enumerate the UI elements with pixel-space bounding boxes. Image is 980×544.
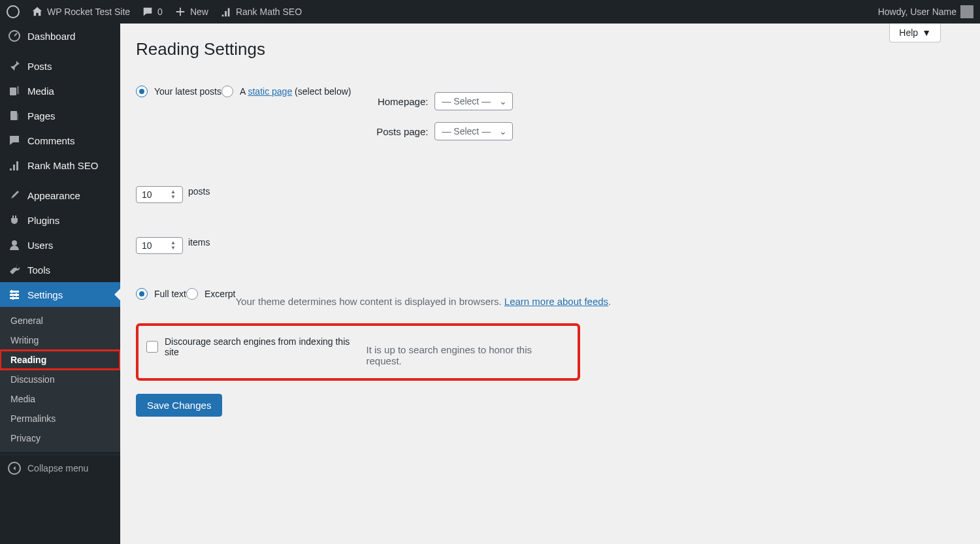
home-icon [31,6,43,18]
feed-include-row: Full text Excerpt Your theme determines … [136,280,964,317]
sidebar-item-rank-math-seo[interactable]: Rank Math SEO [0,153,120,178]
comment-icon [8,134,21,147]
collapse-label: Collapse menu [27,463,88,473]
static-page-link[interactable]: static page [248,86,292,97]
feed-note-prefix: Your theme determines how content is dis… [235,296,504,307]
rankmath-link[interactable]: Rank Math SEO [220,6,302,18]
full-text-radio[interactable] [136,288,148,300]
sidebar-item-label: Plugins [27,215,59,226]
sidebar-item-appearance[interactable]: Appearance [0,183,120,208]
settings-submenu: GeneralWritingReadingDiscussionMediaPerm… [0,307,120,452]
settings-icon [8,288,21,301]
excerpt-radio[interactable] [186,288,198,300]
latest-posts-radio[interactable] [136,86,148,97]
full-text-label: Full text [154,289,186,299]
svg-rect-1 [10,88,16,95]
plug-icon [8,214,21,227]
dashboard-icon [8,29,21,42]
sidebar-item-users[interactable]: Users [0,232,120,257]
posts-page-select[interactable]: — Select — ⌄ [434,122,513,140]
user-account-link[interactable]: Howdy, User Name [878,5,973,18]
sidebar-item-tools[interactable]: Tools [0,257,120,282]
wordpress-logo-icon [7,5,20,18]
sidebar-item-media[interactable]: Media [0,78,120,103]
svg-rect-10 [12,296,14,300]
posts-per-page-input[interactable]: 10 ▲▼ [136,186,183,203]
comments-link[interactable]: 0 [142,6,163,18]
wp-logo-menu[interactable] [7,5,20,18]
submenu-item-general[interactable]: General [0,311,120,330]
svg-point-4 [12,240,17,246]
discourage-label: Discourage search engines from indexing … [165,336,367,357]
sidebar-item-label: Tools [27,264,50,276]
search-visibility-highlight: Discourage search engines from indexing … [136,323,580,381]
static-suffix: (select below) [292,86,351,97]
chart-icon [8,159,21,172]
posts-page-select-value: — Select — [442,126,491,136]
collapse-menu-button[interactable]: Collapse menu [0,455,120,481]
chart-icon [220,6,232,18]
comment-icon [142,6,154,18]
homepage-displays-row: Your latest posts A static page (select … [136,78,964,160]
user-icon [8,238,21,251]
spinner-icon: ▲▼ [171,188,180,201]
admin-sidebar: DashboardPostsMediaPagesCommentsRank Mat… [0,24,120,544]
submenu-item-privacy[interactable]: Privacy [0,428,120,448]
sidebar-item-dashboard[interactable]: Dashboard [0,24,120,48]
chevron-down-icon: ⌄ [499,96,507,106]
sidebar-item-settings[interactable]: Settings [0,282,120,307]
help-tab[interactable]: Help ▼ [889,24,941,42]
sidebar-item-plugins[interactable]: Plugins [0,208,120,232]
sidebar-item-label: Users [27,240,53,251]
feeds-row: 10 ▲▼ items [136,229,964,262]
sidebar-item-posts[interactable]: Posts [0,54,120,78]
page-title: Reading Settings [136,39,964,59]
submenu-item-permalinks[interactable]: Permalinks [0,409,120,428]
svg-rect-8 [11,290,12,293]
feed-note-suffix: . [608,296,611,307]
homepage-select-label: Homepage: [369,96,428,107]
svg-rect-3 [12,113,18,120]
rankmath-label: Rank Math SEO [236,7,302,17]
submenu-item-reading[interactable]: Reading [0,350,120,370]
pin-icon [8,59,21,72]
save-changes-button[interactable]: Save Changes [136,394,222,417]
homepage-select[interactable]: — Select — ⌄ [434,92,513,110]
brush-icon [8,189,21,202]
search-visibility-note: It is up to search engines to honor this… [367,344,570,366]
site-name-link[interactable]: WP Rocket Test Site [31,6,130,18]
svg-rect-9 [16,293,17,296]
learn-more-link[interactable]: Learn more about feeds [504,296,608,307]
sidebar-item-comments[interactable]: Comments [0,128,120,153]
discourage-checkbox[interactable] [146,341,158,353]
sidebar-item-label: Pages [27,110,56,121]
posts-per-page-value: 10 [142,189,152,200]
feed-items-input[interactable]: 10 ▲▼ [136,237,183,254]
submenu-item-writing[interactable]: Writing [0,330,120,350]
wrench-icon [8,263,21,276]
homepage-select-value: — Select — [442,96,491,106]
sidebar-item-pages[interactable]: Pages [0,103,120,128]
latest-posts-label: Your latest posts [154,86,221,97]
comments-count: 0 [157,7,163,17]
avatar-icon [960,5,973,18]
sidebar-item-label: Settings [27,289,63,300]
sidebar-item-label: Posts [27,61,52,72]
static-page-radio[interactable] [221,86,233,97]
new-content-link[interactable]: New [174,6,208,18]
media-icon [8,84,21,97]
chevron-down-icon: ⌄ [499,126,507,136]
sidebar-item-label: Comments [27,135,75,146]
content-area: Reading Settings Your latest posts A sta… [120,24,980,544]
howdy-text: Howdy, User Name [878,7,956,17]
sidebar-item-label: Appearance [27,190,80,201]
static-prefix: A [240,86,248,97]
submenu-item-discussion[interactable]: Discussion [0,370,120,389]
plus-icon [174,6,186,18]
blog-pages-row: 10 ▲▼ posts [136,178,964,211]
help-label: Help [899,27,918,38]
pages-icon [8,109,21,122]
new-label: New [190,7,208,17]
submenu-item-media[interactable]: Media [0,389,120,409]
svg-rect-6 [10,294,19,296]
